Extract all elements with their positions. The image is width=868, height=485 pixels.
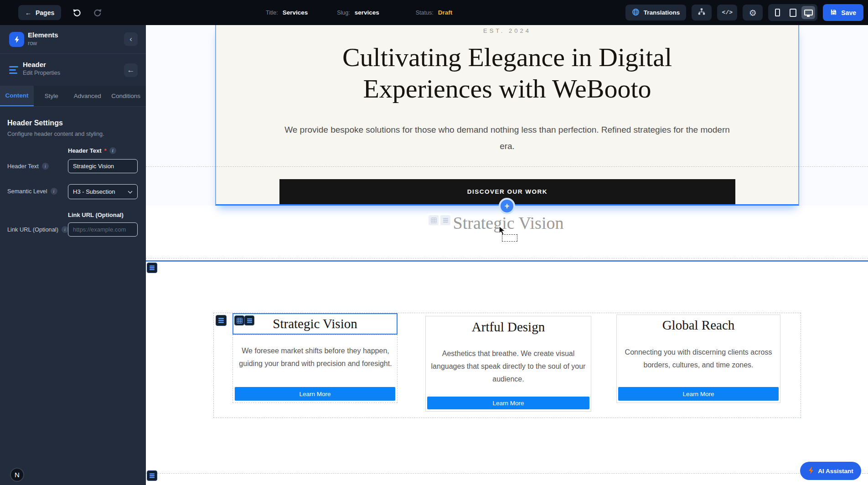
code-icon-button[interactable]: </> (717, 5, 737, 21)
save-label: Save (841, 9, 856, 16)
learn-more-button[interactable]: Learn More (618, 387, 779, 401)
card-title: Global Reach (617, 318, 780, 333)
collapse-panel-button[interactable]: ‹ (124, 32, 138, 46)
pages-back-button[interactable]: ← Pages (18, 5, 61, 20)
card-1-body[interactable]: We foresee market shifts before they hap… (232, 335, 398, 403)
hero-element-boundary (146, 166, 868, 167)
phone-preview-button[interactable] (770, 6, 784, 19)
tab-advanced[interactable]: Advanced (69, 86, 106, 107)
chevron-left-icon: ‹ (129, 35, 132, 44)
section-boundary-dashed (146, 473, 868, 474)
topbar: ← Pages Title: Services Slug: services S… (0, 0, 868, 25)
semantic-level-value: H3 - Subsection (73, 188, 115, 195)
desktop-preview-button[interactable] (801, 6, 815, 19)
card-title: Artful Design (426, 320, 591, 335)
elements-panel-header: Elements row ‹ (0, 25, 146, 54)
header-text-row-label: Header Texti (7, 163, 49, 170)
translations-button[interactable]: Translations (625, 5, 687, 21)
card-text: Aesthetics that breathe. We create visua… (426, 347, 590, 386)
info-icon[interactable]: i (109, 147, 116, 154)
sidebar: Elements row ‹ Header Edit Properties ← … (0, 25, 146, 485)
properties-tabs: Content Style Advanced Conditions (0, 86, 146, 107)
page-builder-app: ← Pages Title: Services Slug: services S… (0, 0, 868, 485)
header-properties-header: Header Edit Properties ← (0, 54, 146, 86)
ai-assistant-label: AI Assistant (818, 468, 853, 475)
hero-est-label: EST. 2024 (216, 27, 798, 34)
header-properties-title: Header (23, 61, 46, 68)
lightning-icon (9, 32, 24, 47)
slug-value: services (355, 9, 379, 16)
drop-indicator-line (146, 260, 868, 262)
grid-icon (429, 215, 439, 225)
arrow-left-icon: ← (127, 66, 135, 75)
elements-panel-title: Elements (28, 31, 58, 39)
card-1-header-selected[interactable]: Strategic Vision (232, 313, 398, 335)
arrow-left-icon: ← (25, 9, 31, 16)
sitemap-icon-button[interactable] (692, 5, 712, 21)
header-element-icon (9, 65, 18, 74)
redo-icon[interactable] (92, 7, 103, 18)
chevron-down-icon (128, 188, 133, 195)
title-label: Title: (266, 10, 278, 16)
editor-canvas: EST. 2024 Cultivating Elegance in Digita… (146, 25, 868, 485)
status-badge: Draft (438, 9, 453, 16)
card-3[interactable]: Global Reach Connecting you with discern… (616, 315, 780, 403)
undo-icon[interactable] (71, 7, 82, 18)
link-url-row-label: Link URL (Optional)i (7, 226, 68, 233)
info-icon[interactable]: i (62, 226, 68, 233)
drag-indicator-box (502, 234, 517, 242)
status-label: Status: (416, 10, 434, 16)
notification-avatar[interactable]: N (10, 468, 24, 482)
hero-heading: Cultivating Elegance in Digital Experien… (216, 41, 798, 104)
hero-section[interactable]: EST. 2024 Cultivating Elegance in Digita… (215, 25, 799, 206)
settings-gear-button[interactable]: ⚙ (743, 5, 763, 21)
sitemap-icon (698, 8, 706, 17)
required-asterisk: * (104, 147, 106, 154)
header-text-input[interactable] (68, 159, 138, 173)
ai-assistant-button[interactable]: AI Assistant (800, 462, 861, 480)
add-section-button[interactable]: + (499, 198, 515, 214)
hero-paragraph: We provide bespoke solutions for those w… (277, 122, 738, 155)
header-text-field-label: Header Text*i (68, 147, 116, 154)
slug-label: Slug: (337, 10, 350, 16)
element-rows-handle[interactable] (244, 315, 254, 325)
phone-icon (775, 9, 780, 16)
elements-panel-subtitle: row (28, 40, 37, 46)
back-button[interactable]: ← (124, 63, 138, 77)
card-text: We foresee market shifts before they hap… (237, 345, 394, 370)
canvas-margin-right (799, 25, 868, 206)
learn-more-button[interactable]: Learn More (427, 397, 589, 409)
device-preview-toggle (768, 4, 817, 21)
element-grid-handle[interactable] (234, 315, 244, 325)
semantic-level-select[interactable]: H3 - Subsection (68, 184, 138, 199)
header-properties-subtitle: Edit Properties (23, 70, 60, 76)
section-boundary-dashed (146, 258, 868, 258)
save-button[interactable]: Save (823, 4, 863, 21)
settings-title: Header Settings (7, 119, 63, 127)
row-drag-handle[interactable] (147, 263, 157, 273)
link-url-field-label: Link URL (Optional) (68, 212, 124, 218)
gear-icon: ⚙ (749, 8, 757, 18)
info-icon[interactable]: i (42, 163, 49, 170)
code-icon: </> (722, 9, 733, 16)
monitor-icon (804, 10, 813, 15)
learn-more-button[interactable]: Learn More (235, 387, 395, 401)
translations-label: Translations (644, 9, 680, 16)
semantic-level-row-label: Semantic Leveli (7, 188, 57, 195)
tab-conditions[interactable]: Conditions (106, 86, 146, 107)
tab-style[interactable]: Style (34, 86, 69, 107)
row-drag-handle[interactable] (147, 470, 157, 481)
settings-description: Configure header content and styling. (7, 130, 104, 137)
card-text: Connecting you with discerning clients a… (619, 346, 778, 371)
card-2[interactable]: Artful Design Aesthetics that breathe. W… (425, 316, 591, 412)
lightning-icon (808, 467, 814, 475)
column-drag-handle[interactable] (216, 315, 227, 326)
link-url-input[interactable] (68, 222, 138, 237)
page-meta: Title: Services Slug: services Status: D… (266, 0, 452, 25)
tablet-preview-button[interactable] (786, 6, 800, 19)
pages-label: Pages (36, 9, 54, 16)
info-icon[interactable]: i (51, 188, 57, 195)
canvas-margin-left (146, 25, 215, 206)
drag-ghost-text: Strategic Vision (438, 213, 579, 233)
tab-content[interactable]: Content (0, 86, 34, 107)
